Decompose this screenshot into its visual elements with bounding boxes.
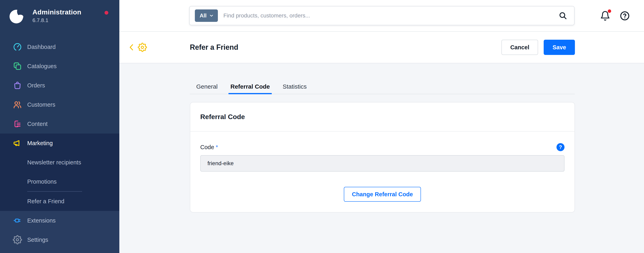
sidebar-header: Administration 6.7.8.1 xyxy=(0,0,119,32)
tab-bar: General Referral Code Statistics xyxy=(190,79,575,94)
users-icon xyxy=(13,100,22,109)
tab-label: Statistics xyxy=(282,83,306,90)
sidebar-item-label: Orders xyxy=(27,82,45,89)
smartbar-actions: Cancel Save xyxy=(502,40,575,55)
sidebar-item-catalogues[interactable]: Catalogues xyxy=(0,57,119,76)
sidebar-nav: Dashboard Catalogues Orders xyxy=(0,32,119,134)
sidebar: Administration 6.7.8.1 Dashboard Catalog… xyxy=(0,0,119,253)
card-title: Referral Code xyxy=(200,113,564,121)
back-chevron-icon[interactable] xyxy=(127,43,136,52)
help-circle-icon xyxy=(620,11,630,21)
sidebar-footer: Extensions Settings xyxy=(0,211,119,253)
sidebar-item-content[interactable]: Content xyxy=(0,114,119,134)
page-title: Refer a Friend xyxy=(190,43,238,52)
app-version: 6.7.8.1 xyxy=(32,17,81,24)
update-notification-dot xyxy=(104,11,108,15)
search-scope-dropdown[interactable]: All xyxy=(195,10,218,22)
main-area: All xyxy=(119,0,644,253)
shopping-bag-icon xyxy=(13,81,22,90)
shopware-logo-icon xyxy=(9,7,26,25)
save-button[interactable]: Save xyxy=(544,40,575,55)
smartbar: Refer a Friend Cancel Save xyxy=(119,32,644,63)
help-tooltip-icon[interactable]: ? xyxy=(556,143,564,151)
topbar-icons xyxy=(600,0,630,32)
tab-label: Referral Code xyxy=(230,83,270,90)
plug-icon xyxy=(13,216,22,225)
megaphone-icon xyxy=(13,139,22,148)
gauge-icon xyxy=(13,42,22,52)
content-icon xyxy=(13,119,22,129)
gear-icon xyxy=(13,235,22,244)
help-button[interactable] xyxy=(620,11,630,21)
referral-code-card: Referral Code Code* ? Change Referral Co… xyxy=(190,102,575,212)
required-asterisk: * xyxy=(216,144,218,150)
sidebar-item-label: Catalogues xyxy=(27,63,57,70)
search-scope-label: All xyxy=(200,13,207,19)
app-title: Administration xyxy=(32,8,81,16)
card-body: Code* ? Change Referral Code xyxy=(190,132,574,212)
sidebar-item-settings[interactable]: Settings xyxy=(0,230,119,249)
tab-general[interactable]: General xyxy=(196,79,218,94)
change-referral-code-button[interactable]: Change Referral Code xyxy=(344,187,421,202)
sidebar-subitem-label: Refer a Friend xyxy=(27,198,64,205)
sidebar-item-label: Dashboard xyxy=(27,44,56,50)
sidebar-item-label: Marketing xyxy=(27,140,53,147)
search-icon xyxy=(558,11,567,20)
sidebar-subitem-label: Promotions xyxy=(27,178,57,185)
search-input[interactable] xyxy=(224,13,558,19)
code-field-label: Code* xyxy=(200,144,218,151)
cancel-button[interactable]: Cancel xyxy=(502,40,538,55)
card-header: Referral Code xyxy=(190,102,574,132)
sidebar-subitem-label: Newsletter recipients xyxy=(27,159,81,166)
referral-code-input[interactable] xyxy=(200,155,564,172)
tab-label: General xyxy=(196,83,218,90)
sidebar-item-newsletter-recipients[interactable]: Newsletter recipients xyxy=(0,153,119,172)
module-settings-gear-icon[interactable] xyxy=(138,43,147,52)
sidebar-item-customers[interactable]: Customers xyxy=(0,95,119,114)
sidebar-item-label: Extensions xyxy=(27,217,56,224)
sidebar-item-label: Content xyxy=(27,121,48,127)
global-search: All xyxy=(189,6,574,25)
chevron-down-icon xyxy=(209,13,214,18)
sidebar-group-marketing: Marketing Newsletter recipients Promotio… xyxy=(0,134,119,211)
sidebar-item-orders[interactable]: Orders xyxy=(0,76,119,95)
topbar: All xyxy=(119,0,644,32)
sidebar-item-promotions[interactable]: Promotions xyxy=(0,172,119,191)
notification-badge-dot xyxy=(608,10,611,13)
sidebar-item-dashboard[interactable]: Dashboard xyxy=(0,37,119,57)
sidebar-item-extensions[interactable]: Extensions xyxy=(0,211,119,230)
tab-statistics[interactable]: Statistics xyxy=(282,79,306,94)
sidebar-item-refer-a-friend[interactable]: Refer a Friend xyxy=(0,192,119,211)
sidebar-item-label: Settings xyxy=(27,236,48,243)
notifications-button[interactable] xyxy=(600,11,610,21)
catalogues-icon xyxy=(13,62,22,71)
tab-referral-code[interactable]: Referral Code xyxy=(230,79,270,94)
content-area: General Referral Code Statistics Referra… xyxy=(119,63,644,253)
sidebar-item-label: Customers xyxy=(27,101,55,108)
sidebar-item-marketing[interactable]: Marketing xyxy=(0,134,119,153)
